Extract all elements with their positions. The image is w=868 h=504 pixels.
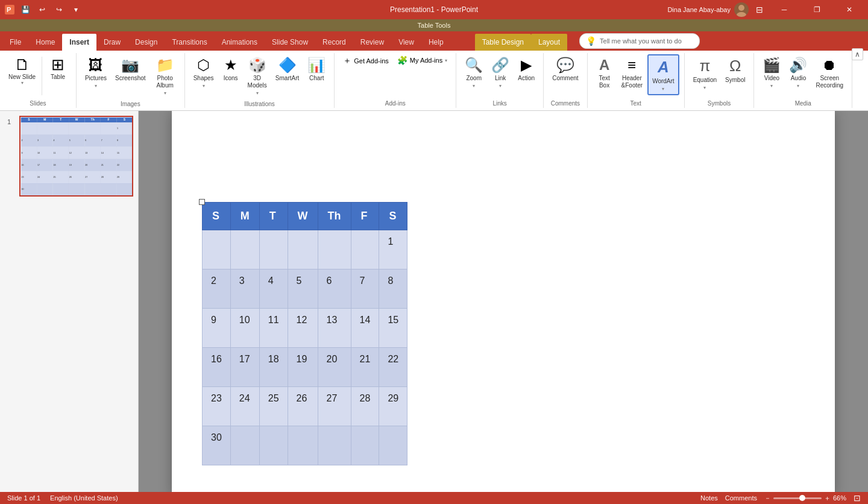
header-footer-button[interactable]: ≡ Header&Footer xyxy=(618,54,647,92)
slide-canvas[interactable]: SMTWThFS 1234567891011121314151617181920… xyxy=(172,111,835,492)
calendar-cell-1-6[interactable]: 8 xyxy=(379,269,407,309)
zoom-out-button[interactable]: － xyxy=(764,494,771,503)
calendar-cell-2-1[interactable]: 10 xyxy=(230,309,259,348)
equation-button[interactable]: π Equation ▾ xyxy=(690,54,720,93)
tab-insert[interactable]: Insert xyxy=(62,34,96,51)
tab-view[interactable]: View xyxy=(391,34,421,51)
wordart-button[interactable]: A WordArt ▾ xyxy=(647,54,679,95)
action-button[interactable]: ▶ Action xyxy=(514,54,538,84)
restore-button[interactable]: ❐ xyxy=(803,0,831,19)
calendar-cell-4-6[interactable]: 29 xyxy=(379,387,407,426)
calendar-cell-5-5[interactable] xyxy=(351,426,379,465)
tab-file[interactable]: File xyxy=(2,34,28,51)
calendar-cell-1-3[interactable]: 5 xyxy=(288,269,318,309)
calendar-cell-1-2[interactable]: 4 xyxy=(259,269,288,309)
tab-home[interactable]: Home xyxy=(28,34,62,51)
calendar-cell-3-3[interactable]: 19 xyxy=(288,348,318,387)
close-button[interactable]: ✕ xyxy=(835,0,863,19)
tab-help[interactable]: Help xyxy=(421,34,451,51)
calendar-cell-3-2[interactable]: 18 xyxy=(259,348,288,387)
calendar-cell-3-0[interactable]: 16 xyxy=(203,348,231,387)
screen-recording-button[interactable]: ⏺ ScreenRecording xyxy=(812,54,847,92)
handle-br[interactable] xyxy=(199,199,205,205)
calendar-cell-1-0[interactable]: 2 xyxy=(203,269,231,309)
tab-layout[interactable]: Layout xyxy=(531,34,567,51)
calendar-cell-2-3[interactable]: 12 xyxy=(288,309,318,348)
symbol-button[interactable]: Ω Symbol xyxy=(722,54,749,86)
icons-button[interactable]: ★ Icons xyxy=(219,54,243,84)
3d-models-button[interactable]: 🎲 3DModels ▾ xyxy=(244,54,271,98)
pictures-button[interactable]: 🖼 Pictures ▾ xyxy=(81,54,110,91)
tab-review[interactable]: Review xyxy=(353,34,391,51)
calendar-cell-5-3[interactable] xyxy=(288,426,318,465)
new-slide-button[interactable]: 🗋 New Slide ▾ xyxy=(5,54,39,88)
tab-draw[interactable]: Draw xyxy=(96,34,128,51)
calendar-cell-5-4[interactable] xyxy=(318,426,351,465)
calendar-cell-5-0[interactable]: 30 xyxy=(203,426,231,465)
calendar-cell-4-1[interactable]: 24 xyxy=(230,387,259,426)
table-button[interactable]: ⊞ Table xyxy=(45,54,71,83)
calendar-cell-3-4[interactable]: 20 xyxy=(318,348,351,387)
tab-slideshow[interactable]: Slide Show xyxy=(265,34,315,51)
smartart-button[interactable]: 🔷 SmartArt xyxy=(272,54,303,84)
tab-transitions[interactable]: Transitions xyxy=(165,34,214,51)
calendar-cell-4-3[interactable]: 26 xyxy=(288,387,318,426)
tab-design[interactable]: Design xyxy=(128,34,165,51)
minimize-button[interactable]: ─ xyxy=(770,0,798,19)
tab-table-design[interactable]: Table Design xyxy=(475,34,531,51)
customize-qat-button[interactable]: ▾ xyxy=(69,2,83,17)
comment-button[interactable]: 💬 Comment xyxy=(549,54,582,84)
collapse-ribbon-button[interactable]: ∧ xyxy=(852,51,863,60)
calendar-cell-1-1[interactable]: 3 xyxy=(230,269,259,309)
tell-me-input[interactable]: 💡 Tell me what you want to do xyxy=(579,33,700,49)
calendar-cell-2-0[interactable]: 9 xyxy=(203,309,231,348)
calendar-table[interactable]: SMTWThFS 1234567891011121314151617181920… xyxy=(202,202,407,465)
calendar-cell-1-5[interactable]: 7 xyxy=(351,269,379,309)
shapes-button[interactable]: ⬡ Shapes ▾ xyxy=(190,54,218,91)
calendar-cell-3-1[interactable]: 17 xyxy=(230,348,259,387)
calendar-cell-0-4[interactable] xyxy=(318,230,351,269)
calendar-cell-0-5[interactable] xyxy=(351,230,379,269)
chart-button[interactable]: 📊 Chart xyxy=(304,54,329,84)
photo-album-button[interactable]: 📁 PhotoAlbum ▾ xyxy=(151,54,180,98)
tab-animations[interactable]: Animations xyxy=(215,34,265,51)
calendar-cell-2-4[interactable]: 13 xyxy=(318,309,351,348)
calendar-cell-2-2[interactable]: 11 xyxy=(259,309,288,348)
textbox-button[interactable]: A TextBox xyxy=(593,54,617,92)
slide-thumbnail[interactable]: S M T W Th F S 1234567891011121314151617… xyxy=(19,116,133,197)
calendar-cell-1-4[interactable]: 6 xyxy=(318,269,351,309)
calendar-cell-4-2[interactable]: 25 xyxy=(259,387,288,426)
calendar-cell-4-0[interactable]: 23 xyxy=(203,387,231,426)
comments-button[interactable]: Comments xyxy=(725,494,757,502)
zoom-button[interactable]: 🔍 Zoom ▾ xyxy=(461,54,486,91)
screenshot-button[interactable]: 📷 Screenshot xyxy=(112,54,149,84)
tab-record[interactable]: Record xyxy=(315,34,353,51)
calendar-cell-4-5[interactable]: 28 xyxy=(351,387,379,426)
video-button[interactable]: 🎬 Video ▾ xyxy=(759,54,784,91)
undo-button[interactable]: ↩ xyxy=(35,2,49,17)
calendar-cell-0-1[interactable] xyxy=(230,230,259,269)
calendar-cell-5-1[interactable] xyxy=(230,426,259,465)
calendar-cell-0-3[interactable] xyxy=(288,230,318,269)
calendar-cell-4-4[interactable]: 27 xyxy=(318,387,351,426)
calendar-cell-2-6[interactable]: 15 xyxy=(379,309,407,348)
calendar-cell-3-5[interactable]: 21 xyxy=(351,348,379,387)
zoom-in-button[interactable]: ＋ xyxy=(824,494,831,503)
ribbon-display-options-button[interactable]: ⊟ xyxy=(756,5,763,14)
zoom-slider[interactable] xyxy=(773,497,822,499)
notes-button[interactable]: Notes xyxy=(700,494,718,502)
fit-slide-button[interactable]: ⊡ xyxy=(854,493,861,503)
calendar-cell-5-6[interactable] xyxy=(379,426,407,465)
avatar[interactable] xyxy=(734,2,749,17)
calendar-cell-0-0[interactable] xyxy=(203,230,231,269)
redo-button[interactable]: ↪ xyxy=(52,2,66,17)
my-addins-button[interactable]: 🧩 My Add-ins ▾ xyxy=(394,54,451,66)
get-addins-button[interactable]: ＋ Get Add-ins xyxy=(339,54,392,68)
calendar-cell-5-2[interactable] xyxy=(259,426,288,465)
calendar-cell-2-5[interactable]: 14 xyxy=(351,309,379,348)
audio-button[interactable]: 🔊 Audio ▾ xyxy=(785,54,811,91)
save-button[interactable]: 💾 xyxy=(18,2,33,17)
calendar-cell-0-6[interactable]: 1 xyxy=(379,230,407,269)
calendar-cell-3-6[interactable]: 22 xyxy=(379,348,407,387)
calendar-cell-0-2[interactable] xyxy=(259,230,288,269)
